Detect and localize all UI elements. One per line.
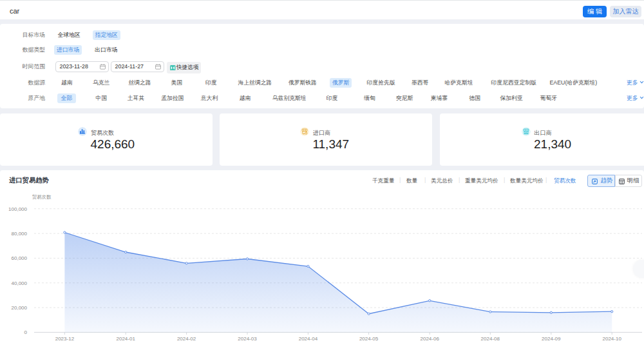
- svg-text:60,000: 60,000: [12, 255, 28, 261]
- svg-text:2024-01: 2024-01: [117, 336, 136, 342]
- svg-text:2024-04: 2024-04: [299, 336, 318, 342]
- svg-text:40,000: 40,000: [12, 280, 28, 286]
- svg-text:100,000: 100,000: [8, 206, 27, 212]
- svg-text:2024-09: 2024-09: [542, 336, 561, 342]
- svg-text:2023-12: 2023-12: [55, 336, 75, 342]
- svg-text:2024-03: 2024-03: [238, 336, 257, 342]
- svg-text:2024-08: 2024-08: [481, 336, 500, 342]
- svg-text:80,000: 80,000: [12, 231, 28, 237]
- svg-text:2024-06: 2024-06: [421, 336, 440, 342]
- svg-text:贸易次数: 贸易次数: [32, 194, 52, 200]
- svg-text:0: 0: [24, 329, 28, 335]
- svg-text:2024-02: 2024-02: [177, 336, 196, 342]
- svg-text:2024-05: 2024-05: [359, 336, 379, 342]
- svg-text:20,000: 20,000: [12, 305, 28, 311]
- svg-text:2024-10: 2024-10: [603, 336, 622, 342]
